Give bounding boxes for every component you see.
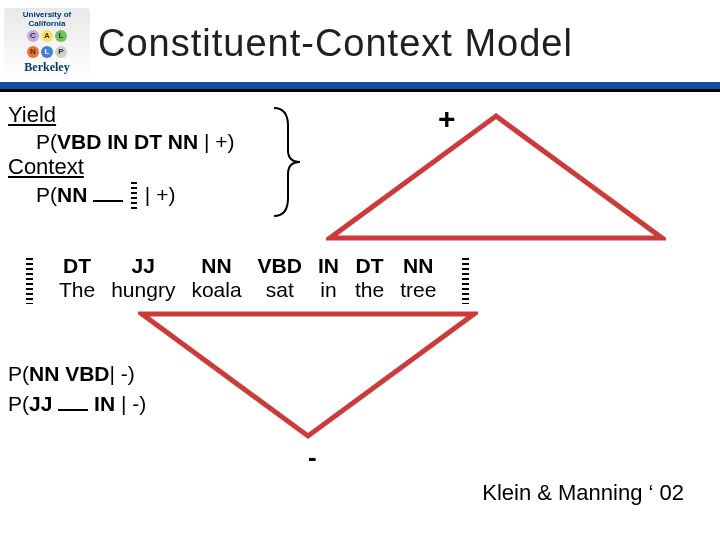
text: | -) <box>115 392 146 415</box>
svg-marker-0 <box>330 116 662 238</box>
token-col: JJhungry <box>111 254 175 302</box>
pos-tag: DT <box>355 254 384 278</box>
pos-tag: NN <box>400 254 436 278</box>
logo-letter: P <box>55 46 67 58</box>
neg-probs: P(NN VBD| -) P(JJ IN | -) <box>8 362 146 422</box>
pos-tag: IN <box>318 254 339 278</box>
neg-prob-yield: P(NN VBD| -) <box>8 362 146 386</box>
text: | +) <box>139 183 175 206</box>
triangle-down-icon <box>138 310 478 440</box>
text: P( <box>36 183 57 206</box>
logo-university: University of California <box>4 11 90 28</box>
word: tree <box>400 278 436 302</box>
word: sat <box>258 278 302 302</box>
pos-tag: JJ <box>111 254 175 278</box>
triangle-up-icon <box>326 112 666 242</box>
blank-underscore <box>93 200 123 202</box>
neg-left: JJ <box>29 392 52 415</box>
dotted-bar-icon <box>462 258 469 304</box>
logo-letter: L <box>41 46 53 58</box>
logo-letter: C <box>27 30 39 42</box>
token-col: NNkoala <box>191 254 241 302</box>
text: P( <box>8 392 29 415</box>
text: P( <box>36 130 57 153</box>
yield-span: VBD IN DT NN <box>57 130 198 153</box>
header-rule <box>0 82 720 92</box>
blank-underscore <box>58 409 88 411</box>
word: in <box>318 278 339 302</box>
berkeley-logo: University of California C A L N L P Ber… <box>4 8 90 78</box>
logo-letter: N <box>27 46 39 58</box>
neg-right: IN <box>94 392 115 415</box>
pos-tag: NN <box>191 254 241 278</box>
dotted-bar-icon <box>26 258 33 304</box>
slide-body: Yield P(VBD IN DT NN | +) Context P(NN |… <box>8 102 712 210</box>
brace-icon <box>266 106 306 218</box>
pos-tag: DT <box>59 254 95 278</box>
context-left: NN <box>57 183 87 206</box>
token-col: INin <box>318 254 339 302</box>
logo-berkeley: Berkeley <box>24 60 69 75</box>
neg-span: NN VBD <box>29 362 110 385</box>
pos-tag: VBD <box>258 254 302 278</box>
logo-letter: A <box>41 30 53 42</box>
text: | -) <box>110 362 135 385</box>
token-col: DTThe <box>59 254 95 302</box>
token-col: DTthe <box>355 254 384 302</box>
text: | +) <box>198 130 234 153</box>
slide-title: Constituent-Context Model <box>98 22 573 65</box>
word: hungry <box>111 278 175 302</box>
header: University of California C A L N L P Ber… <box>0 0 720 78</box>
word: koala <box>191 278 241 302</box>
minus-symbol: - <box>308 442 317 473</box>
token-col: VBDsat <box>258 254 302 302</box>
citation: Klein & Manning ‘ 02 <box>482 480 684 506</box>
dotted-bar <box>131 182 137 210</box>
sentence-row: DTThe JJhungry NNkoala VBDsat INin DTthe… <box>18 254 712 304</box>
word: the <box>355 278 384 302</box>
svg-marker-1 <box>142 314 474 436</box>
neg-prob-context: P(JJ IN | -) <box>8 392 146 416</box>
logo-letter: L <box>55 30 67 42</box>
word: The <box>59 278 95 302</box>
token-col: NNtree <box>400 254 436 302</box>
text: P( <box>8 362 29 385</box>
